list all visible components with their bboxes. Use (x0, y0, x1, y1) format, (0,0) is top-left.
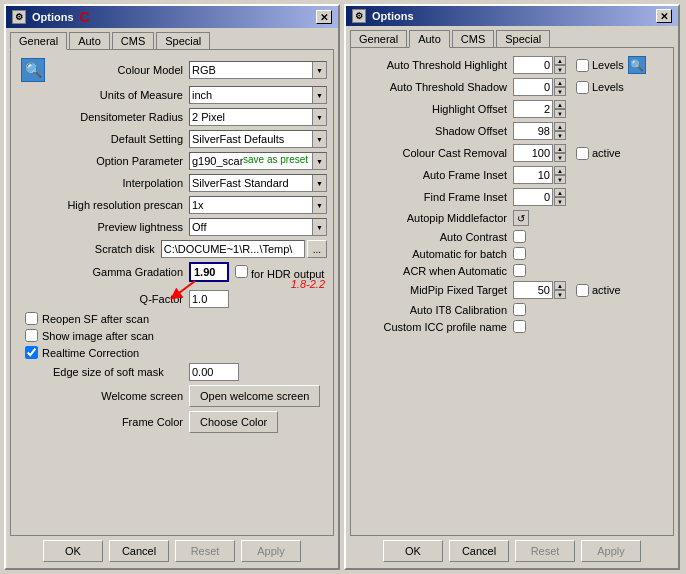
custom-icc-checkbox[interactable] (513, 320, 526, 333)
show-image-checkbox[interactable] (25, 329, 38, 342)
colour-model-select-wrapper: RGB ▼ (189, 61, 327, 79)
left-cancel-button[interactable]: Cancel (109, 540, 169, 562)
right-tab-special[interactable]: Special (496, 30, 550, 47)
auto-threshold-shadow-input[interactable] (513, 78, 553, 96)
interpolation-select-wrapper: SilverFast Standard ▼ (189, 174, 327, 192)
densitometer-select[interactable]: 2 Pixel (189, 108, 327, 126)
left-tab-auto[interactable]: Auto (69, 32, 110, 49)
choose-color-button[interactable]: Choose Color (189, 411, 278, 433)
auto-threshold-shadow-label: Auto Threshold Shadow (357, 81, 507, 93)
units-row: Units of Measure inch ▼ (17, 86, 327, 104)
levels1-label: Levels (592, 59, 624, 71)
levels1-icon[interactable]: 🔍 (628, 56, 646, 74)
qfactor-row: Q-Factor (17, 290, 327, 308)
auto-threshold-highlight-input[interactable] (513, 56, 553, 74)
right-title-bar: ⚙ Options ✕ (346, 6, 678, 26)
right-dialog-title: Options (372, 10, 414, 22)
automatic-batch-checkbox[interactable] (513, 247, 526, 260)
highlight-offset-input[interactable] (513, 100, 553, 118)
colour-cast-up[interactable]: ▲ (554, 144, 566, 153)
shadow-offset-up[interactable]: ▲ (554, 122, 566, 131)
units-select[interactable]: inch (189, 86, 327, 104)
auto-threshold-shadow-down[interactable]: ▼ (554, 87, 566, 96)
acr-checkbox[interactable] (513, 264, 526, 277)
left-apply-button[interactable]: Apply (241, 540, 301, 562)
auto-frame-inset-up[interactable]: ▲ (554, 166, 566, 175)
left-dialog: ⚙ Options C ✕ General Auto CMS Special 🔍… (4, 4, 340, 570)
left-tab-special[interactable]: Special (156, 32, 210, 49)
units-label: Units of Measure (53, 89, 183, 101)
colour-model-row: 🔍 Colour Model RGB ▼ (17, 58, 327, 82)
gamma-row: Gamma Gradation for HDR output 1.8-2.2 (17, 262, 327, 282)
densitometer-select-wrapper: 2 Pixel ▼ (189, 108, 327, 126)
midpip-up[interactable]: ▲ (554, 281, 566, 290)
midpip-down[interactable]: ▼ (554, 290, 566, 299)
highlight-offset-down[interactable]: ▼ (554, 109, 566, 118)
left-tab-cms[interactable]: CMS (112, 32, 154, 49)
left-reset-button[interactable]: Reset (175, 540, 235, 562)
find-frame-inset-input[interactable] (513, 188, 553, 206)
right-tab-general[interactable]: General (350, 30, 407, 47)
custom-icc-row: Custom ICC profile name (357, 320, 667, 333)
gamma-input[interactable] (189, 262, 229, 282)
right-ok-button[interactable]: OK (383, 540, 443, 562)
reopen-checkbox[interactable] (25, 312, 38, 325)
highlight-offset-up[interactable]: ▲ (554, 100, 566, 109)
save-preset-text: save as preset (243, 154, 308, 165)
high-res-select[interactable]: 1x (189, 196, 327, 214)
qfactor-input[interactable] (189, 290, 229, 308)
shadow-offset-row: Shadow Offset ▲ ▼ (357, 122, 667, 140)
auto-threshold-highlight-down[interactable]: ▼ (554, 65, 566, 74)
auto-frame-inset-down[interactable]: ▼ (554, 175, 566, 184)
colour-cast-input[interactable] (513, 144, 553, 162)
right-dialog: ⚙ Options ✕ General Auto CMS Special Aut… (344, 4, 680, 570)
auto-threshold-highlight-up[interactable]: ▲ (554, 56, 566, 65)
auto-frame-inset-input[interactable] (513, 166, 553, 184)
shadow-offset-down[interactable]: ▼ (554, 131, 566, 140)
left-tab-general[interactable]: General (10, 32, 67, 50)
right-reset-button[interactable]: Reset (515, 540, 575, 562)
edge-mask-input[interactable] (189, 363, 239, 381)
autopip-refresh-icon[interactable]: ↺ (513, 210, 529, 226)
high-res-label: High resolution prescan (53, 199, 183, 211)
high-res-select-wrapper: 1x ▼ (189, 196, 327, 214)
scratch-disk-input[interactable] (161, 240, 305, 258)
auto-frame-inset-row: Auto Frame Inset ▲ ▼ (357, 166, 667, 184)
auto-it8-checkbox[interactable] (513, 303, 526, 316)
hdr-checkbox[interactable] (235, 265, 248, 278)
edge-mask-row: Edge size of soft mask (17, 363, 327, 381)
interpolation-select[interactable]: SilverFast Standard (189, 174, 327, 192)
levels2-checkbox[interactable] (576, 81, 589, 94)
left-ok-button[interactable]: OK (43, 540, 103, 562)
left-close-button[interactable]: ✕ (316, 10, 332, 24)
right-cancel-button[interactable]: Cancel (449, 540, 509, 562)
find-frame-inset-spinbtns: ▲ ▼ (554, 188, 566, 206)
right-apply-button[interactable]: Apply (581, 540, 641, 562)
colour-model-select[interactable]: RGB (189, 61, 327, 79)
open-welcome-button[interactable]: Open welcome screen (189, 385, 320, 407)
auto-frame-inset-spinbtns: ▲ ▼ (554, 166, 566, 184)
scratch-disk-browse-button[interactable]: ... (307, 240, 327, 258)
default-setting-select[interactable]: SilverFast Defaults (189, 130, 327, 148)
units-select-wrapper: inch ▼ (189, 86, 327, 104)
find-frame-inset-down[interactable]: ▼ (554, 197, 566, 206)
midpip-spinbtns: ▲ ▼ (554, 281, 566, 299)
frame-color-row: Frame Color Choose Color (17, 411, 327, 433)
autopip-label: Autopip Middlefactor (357, 212, 507, 224)
preview-lightness-select[interactable]: Off (189, 218, 327, 236)
left-dialog-title: Options (32, 11, 74, 23)
right-tab-auto[interactable]: Auto (409, 30, 450, 48)
auto-threshold-shadow-row: Auto Threshold Shadow ▲ ▼ Levels (357, 78, 667, 96)
auto-contrast-checkbox[interactable] (513, 230, 526, 243)
find-frame-inset-up[interactable]: ▲ (554, 188, 566, 197)
auto-threshold-shadow-up[interactable]: ▲ (554, 78, 566, 87)
right-tab-cms[interactable]: CMS (452, 30, 494, 47)
right-close-button[interactable]: ✕ (656, 9, 672, 23)
levels1-checkbox[interactable] (576, 59, 589, 72)
shadow-offset-input[interactable] (513, 122, 553, 140)
realtime-checkbox[interactable] (25, 346, 38, 359)
midpip-input[interactable] (513, 281, 553, 299)
colour-cast-active-checkbox[interactable] (576, 147, 589, 160)
midpip-active-checkbox[interactable] (576, 284, 589, 297)
colour-cast-down[interactable]: ▼ (554, 153, 566, 162)
